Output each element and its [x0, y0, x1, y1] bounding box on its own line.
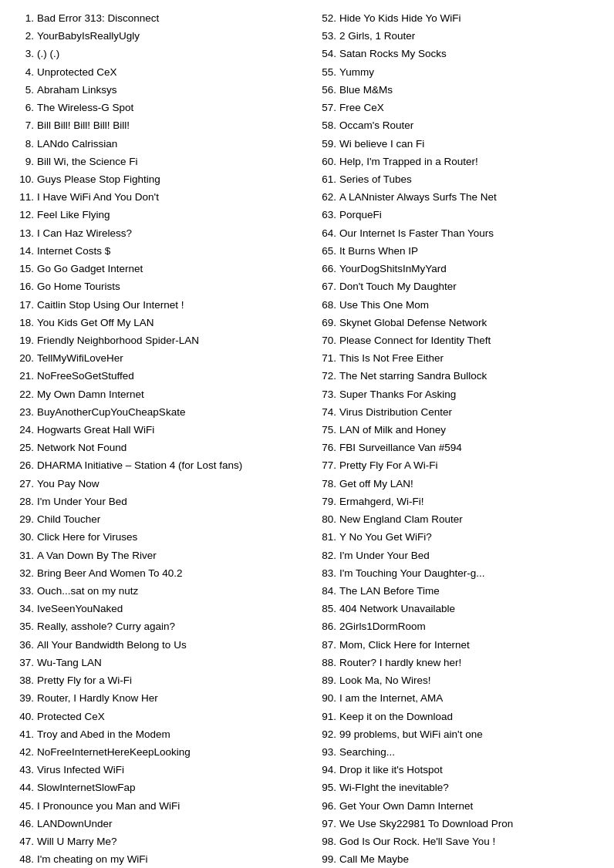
list-item: 6.The Wireless-G Spot	[12, 99, 299, 116]
list-item: 39.Router, I Hardly Know Her	[12, 689, 299, 707]
item-number: 44.	[12, 779, 37, 796]
left-list: 1.Bad Error 313: Disconnect2.YourBabyIsR…	[12, 9, 299, 868]
list-item: 91.Keep it on the Download	[315, 708, 602, 725]
item-label: Wi-FIght the inevitable?	[339, 779, 449, 796]
list-item: 65.It Burns When IP	[315, 242, 602, 260]
item-label: Look Ma, No Wires!	[339, 671, 431, 689]
list-item: 98.God Is Our Rock. He'll Save You !	[315, 833, 602, 850]
item-number: 32.	[12, 564, 37, 582]
item-number: 9.	[12, 153, 37, 170]
item-number: 85.	[315, 600, 339, 617]
list-item: 4.Unprotected CeX	[12, 63, 299, 81]
list-item: 60.Help, I'm Trapped in a Router!	[315, 153, 602, 170]
list-item: 43.Virus Infected WiFi	[12, 761, 299, 779]
item-label: You Pay Now	[37, 475, 100, 493]
item-label: (.) (.)	[37, 45, 59, 62]
list-item: 83.I'm Touching Your Daughter-g...	[315, 564, 602, 582]
item-label: BuyAnotherCupYouCheapSkate	[37, 403, 185, 421]
item-number: 5.	[12, 81, 37, 99]
list-item: 2.YourBabyIsReallyUgly	[12, 27, 299, 45]
item-label: Help, I'm Trapped in a Router!	[339, 153, 478, 170]
item-label: Will U Marry Me?	[37, 833, 117, 850]
item-number: 4.	[12, 63, 37, 81]
item-number: 16.	[12, 278, 37, 295]
item-label: TellMyWifiLoveHer	[37, 349, 123, 367]
item-label: Super Thanks For Asking	[339, 385, 456, 403]
item-number: 42.	[12, 743, 37, 761]
item-label: I'm cheating on my WiFi	[37, 850, 148, 868]
item-number: 96.	[315, 797, 339, 815]
list-item: 34.IveSeenYouNaked	[12, 600, 299, 617]
item-number: 19.	[12, 331, 37, 349]
item-number: 28.	[12, 493, 37, 510]
list-item: 63.PorqueFi	[315, 206, 602, 224]
list-item: 53.2 Girls, 1 Router	[315, 27, 602, 45]
list-item: 96.Get Your Own Damn Internet	[315, 797, 602, 815]
item-label: DHARMA Initiative – Station 4 (for Lost …	[37, 456, 242, 474]
item-number: 24.	[12, 421, 37, 439]
item-number: 72.	[315, 367, 339, 385]
item-label: Bring Beer And Women To 40.2	[37, 564, 183, 582]
item-label: Mom, Click Here for Internet	[339, 636, 470, 654]
list-item: 97.We Use Sky22981 To Download Pron	[315, 815, 602, 833]
list-item: 92.99 problems, but WiFi ain't one	[315, 725, 602, 743]
item-number: 39.	[12, 689, 37, 707]
item-label: Keep it on the Download	[339, 708, 453, 725]
item-label: A LANnister Always Surfs The Net	[339, 188, 497, 206]
list-item: 72.The Net starring Sandra Bullock	[315, 367, 602, 385]
item-number: 94.	[315, 761, 339, 779]
item-number: 70.	[315, 331, 339, 349]
item-number: 66.	[315, 260, 339, 278]
item-number: 67.	[315, 278, 339, 295]
item-number: 56.	[315, 81, 339, 99]
list-item: 21.NoFreeSoGetStuffed	[12, 367, 299, 385]
item-number: 64.	[315, 224, 339, 242]
list-item: 99.Call Me Maybe	[315, 850, 602, 868]
list-item: 10.Guys Please Stop Fighting	[12, 170, 299, 188]
list-item: 9.Bill Wi, the Science Fi	[12, 153, 299, 170]
list-item: 78.Get off My LAN!	[315, 475, 602, 493]
item-number: 34.	[12, 600, 37, 617]
item-label: Y No You Get WiFi?	[339, 528, 432, 546]
item-number: 82.	[315, 547, 339, 564]
main-content: 1.Bad Error 313: Disconnect2.YourBabyIsR…	[12, 9, 602, 868]
item-number: 22.	[12, 385, 37, 403]
item-number: 35.	[12, 617, 37, 635]
item-label: PorqueFi	[339, 206, 382, 224]
list-item: 26.DHARMA Initiative – Station 4 (for Lo…	[12, 456, 299, 474]
list-item: 59.Wi believe I can Fi	[315, 135, 602, 153]
item-label: Skynet Global Defense Network	[339, 314, 487, 331]
list-item: 57.Free CeX	[315, 99, 602, 116]
item-number: 21.	[12, 367, 37, 385]
item-number: 37.	[12, 654, 37, 671]
item-label: 2Girls1DormRoom	[339, 617, 426, 635]
item-label: A Van Down By The River	[37, 547, 157, 564]
list-item: 93.Searching...	[315, 743, 602, 761]
list-item: 19.Friendly Neighborhood Spider-LAN	[12, 331, 299, 349]
item-label: Go Home Tourists	[37, 278, 120, 295]
list-item: 36.All Your Bandwidth Belong to Us	[12, 636, 299, 654]
list-item: 16.Go Home Tourists	[12, 278, 299, 295]
item-number: 90.	[315, 689, 339, 707]
item-label: Feel Like Flying	[37, 206, 110, 224]
list-item: 87.Mom, Click Here for Internet	[315, 636, 602, 654]
list-item: 55.Yummy	[315, 63, 602, 81]
item-number: 91.	[315, 708, 339, 725]
item-label: Wu-Tang LAN	[37, 654, 102, 671]
item-label: Use This One Mom	[339, 296, 429, 314]
item-number: 23.	[12, 403, 37, 421]
list-item: 32.Bring Beer And Women To 40.2	[12, 564, 299, 582]
item-number: 84.	[315, 582, 339, 600]
list-item: 62.A LANnister Always Surfs The Net	[315, 188, 602, 206]
list-item: 1.Bad Error 313: Disconnect	[12, 9, 299, 27]
list-item: 85.404 Network Unavailable	[315, 600, 602, 617]
item-label: The Net starring Sandra Bullock	[339, 367, 487, 385]
item-label: I Can Haz Wireless?	[37, 224, 132, 242]
item-number: 81.	[315, 528, 339, 546]
list-item: 18.You Kids Get Off My LAN	[12, 314, 299, 331]
item-number: 13.	[12, 224, 37, 242]
item-label: Router? I hardly knew her!	[339, 654, 461, 671]
item-label: New England Clam Router	[339, 510, 463, 528]
item-number: 40.	[12, 708, 37, 725]
item-number: 65.	[315, 242, 339, 260]
